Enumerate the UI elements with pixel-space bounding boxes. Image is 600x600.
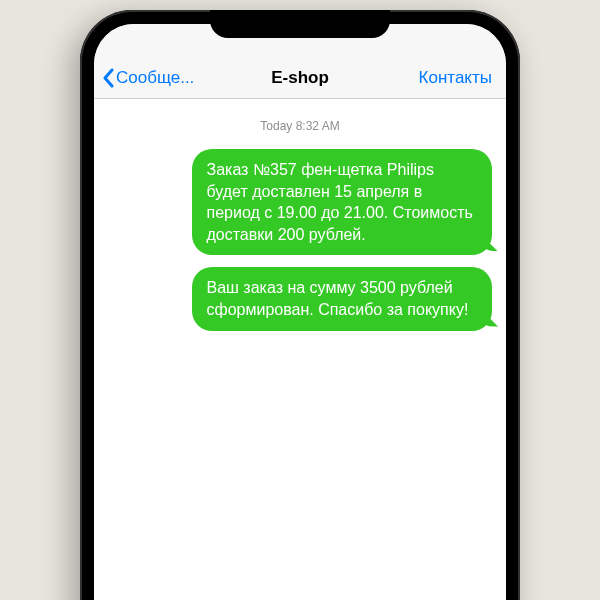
back-label: Сообще...: [116, 68, 194, 88]
messages-area[interactable]: Today 8:32 AM Заказ №357 фен-щетка Phili…: [94, 99, 506, 600]
phone-frame: Сообще... E-shop Контакты Today 8:32 AM …: [80, 10, 520, 600]
conversation-title: E-shop: [271, 68, 329, 88]
contacts-button[interactable]: Контакты: [419, 68, 492, 88]
back-button[interactable]: Сообще...: [102, 68, 194, 88]
message-bubble[interactable]: Ваш заказ на сумму 3500 рублей сформиров…: [192, 267, 492, 330]
message-bubble[interactable]: Заказ №357 фен-щетка Philips будет доста…: [192, 149, 492, 255]
chevron-left-icon: [102, 68, 114, 88]
message-row: Заказ №357 фен-щетка Philips будет доста…: [108, 149, 492, 255]
thread-timestamp: Today 8:32 AM: [108, 119, 492, 133]
screen: Сообще... E-shop Контакты Today 8:32 AM …: [94, 24, 506, 600]
phone-notch: [210, 10, 390, 38]
message-row: Ваш заказ на сумму 3500 рублей сформиров…: [108, 267, 492, 330]
